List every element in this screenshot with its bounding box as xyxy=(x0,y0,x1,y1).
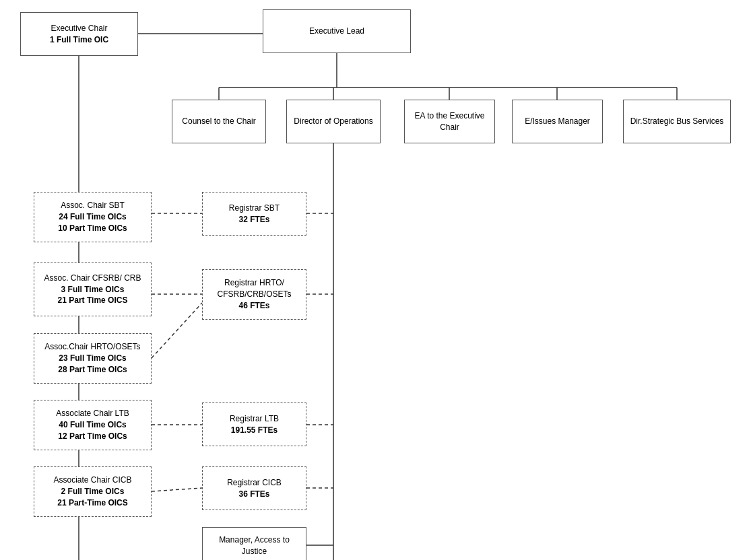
registrar-hrto-sublabel: 46 FTEs xyxy=(238,300,269,312)
assoc-cicb-sublabel: 2 Full Time OICs21 Part-Time OICS xyxy=(57,486,127,509)
assoc-ltb-label: Associate Chair LTB xyxy=(56,408,129,419)
exec-chair-sublabel: 1 Full Time OIC xyxy=(50,34,108,46)
assoc-ltb-sublabel: 40 Full Time OICs12 Part Time OICs xyxy=(58,419,127,442)
dir-operations-box: Director of Operations xyxy=(286,100,381,143)
registrar-sbt-box: Registrar SBT 32 FTEs xyxy=(202,192,306,236)
exec-lead-box: Executive Lead xyxy=(263,9,411,53)
assoc-cfsrb-box: Assoc. Chair CFSRB/ CRB 3 Full Time OICs… xyxy=(34,262,152,316)
ea-exec-chair-label: EA to the Executive Chair xyxy=(410,110,489,133)
svg-line-17 xyxy=(152,303,202,358)
org-chart: Executive Chair 1 Full Time OIC Executiv… xyxy=(0,0,751,560)
registrar-ltb-label: Registrar LTB xyxy=(230,413,279,425)
registrar-cicb-sublabel: 36 FTEs xyxy=(238,489,269,500)
assoc-cfsrb-sublabel: 3 Full Time OICs21 Part Time OICS xyxy=(58,284,128,307)
registrar-hrto-label: Registrar HRTO/ CFSRB/CRB/OSETs xyxy=(208,277,300,300)
issues-manager-box: E/Issues Manager xyxy=(512,100,603,143)
registrar-hrto-box: Registrar HRTO/ CFSRB/CRB/OSETs 46 FTEs xyxy=(202,269,306,320)
assoc-sbt-label: Assoc. Chair SBT xyxy=(61,200,125,211)
assoc-cicb-box: Associate Chair CICB 2 Full Time OICs21 … xyxy=(34,466,152,517)
registrar-cicb-box: Registrar CICB 36 FTEs xyxy=(202,466,306,510)
exec-chair-box: Executive Chair 1 Full Time OIC xyxy=(20,12,138,56)
manager-atj-box: Manager, Access to Justice xyxy=(202,527,306,560)
exec-lead-label: Executive Lead xyxy=(309,26,364,37)
manager-atj-label: Manager, Access to Justice xyxy=(208,534,300,557)
assoc-hrto-box: Assoc.Chair HRTO/OSETs 23 Full Time OICs… xyxy=(34,333,152,384)
counsel-chair-box: Counsel to the Chair xyxy=(172,100,266,143)
registrar-ltb-box: Registrar LTB 191.55 FTEs xyxy=(202,403,306,446)
assoc-ltb-box: Associate Chair LTB 40 Full Time OICs12 … xyxy=(34,400,152,450)
assoc-sbt-box: Assoc. Chair SBT 24 Full Time OICs10 Par… xyxy=(34,192,152,242)
counsel-chair-label: Counsel to the Chair xyxy=(182,116,255,127)
assoc-hrto-label: Assoc.Chair HRTO/OSETs xyxy=(44,341,140,353)
dir-operations-label: Director of Operations xyxy=(294,116,372,127)
registrar-sbt-label: Registrar SBT xyxy=(229,203,280,214)
registrar-sbt-sublabel: 32 FTEs xyxy=(238,214,269,225)
dir-strat-label: Dir.Strategic Bus Services xyxy=(630,116,724,127)
assoc-sbt-sublabel: 24 Full Time OICs10 Part Time OICs xyxy=(58,211,127,234)
exec-chair-label: Executive Chair xyxy=(51,23,107,34)
registrar-ltb-sublabel: 191.55 FTEs xyxy=(231,425,277,436)
issues-manager-label: E/Issues Manager xyxy=(525,116,590,127)
assoc-hrto-sublabel: 23 Full Time OICs28 Part Time OICs xyxy=(58,353,127,376)
assoc-cicb-label: Associate Chair CICB xyxy=(53,475,131,486)
dir-strat-box: Dir.Strategic Bus Services xyxy=(623,100,731,143)
svg-line-22 xyxy=(152,488,202,491)
assoc-cfsrb-label: Assoc. Chair CFSRB/ CRB xyxy=(44,273,141,284)
ea-exec-chair-box: EA to the Executive Chair xyxy=(404,100,495,143)
registrar-cicb-label: Registrar CICB xyxy=(227,477,282,489)
